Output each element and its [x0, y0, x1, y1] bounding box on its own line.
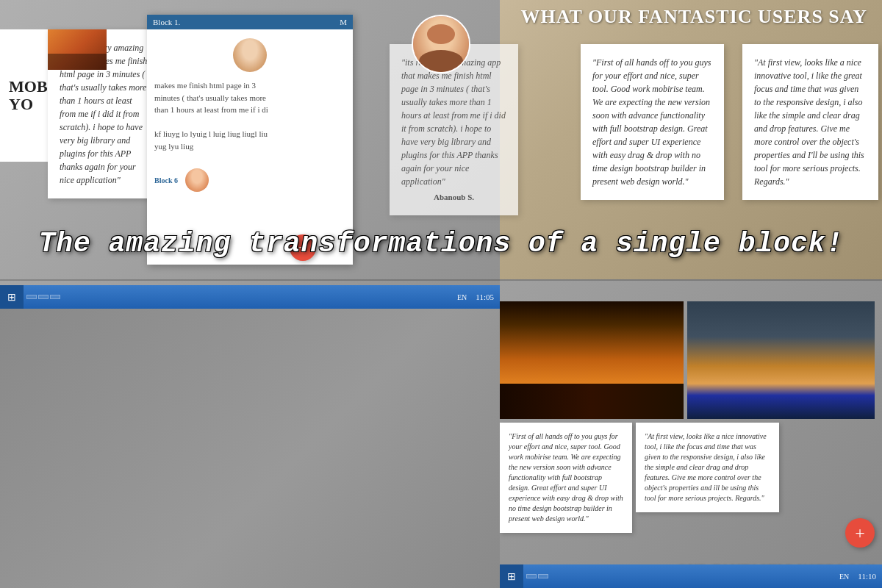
- lower-testimonial-1: "First of all hands off to you guys for …: [500, 423, 632, 533]
- lower-testimonial-1-text: "First of all hands off to you guys for …: [509, 431, 623, 524]
- taskbar-item-r2[interactable]: [538, 574, 548, 578]
- taskbar-lang-left: EN: [454, 293, 470, 301]
- desktop-screenshot-right: OUR FANTASTIC USERS SAY shape your futur…: [500, 279, 882, 588]
- water-image: [687, 301, 875, 419]
- landscape-image-top-left: [48, 29, 107, 70]
- block-6-avatar: [184, 167, 210, 193]
- plus-button-right[interactable]: +: [845, 518, 875, 548]
- testimonial-card-4: "First of all hands off to you guys for …: [581, 44, 724, 200]
- taskbar-item-2[interactable]: [38, 295, 49, 299]
- lower-testimonial-2: "At first view, looks like a nice innova…: [636, 423, 779, 512]
- taskbar-item-1[interactable]: [26, 295, 37, 299]
- block-editor-text-4: kf liuyg lo lyuig l luig liug liugl liu: [154, 128, 345, 140]
- testimonial-3-text: "its really very amazing app that makes …: [401, 56, 506, 188]
- block-editor-text-1: makes me finish html page in 3: [154, 79, 345, 92]
- testimonial-card-5: "At first view, looks like a nice innova…: [742, 44, 878, 200]
- taskbar-item-r1[interactable]: [526, 574, 537, 578]
- block-editor-header: Block 1. M: [147, 15, 353, 29]
- lower-testimonial-2-text: "At first view, looks like a nice innova…: [645, 431, 770, 503]
- sunset-image: [500, 301, 684, 419]
- block-1-label: Block 1.: [153, 18, 180, 26]
- block-6-avatar-face: [185, 168, 209, 192]
- overlay-title: The amazing transformations of a single …: [0, 228, 882, 259]
- taskbar-clock-left: 11:05: [470, 293, 500, 301]
- taskbar-items-right: [523, 574, 836, 578]
- block-editor-content: makes me finish html page in 3 minutes (…: [147, 29, 353, 201]
- testimonial-3-author: Abanoub S.: [401, 191, 506, 204]
- taskbar-lang-right: EN: [836, 573, 852, 581]
- taskbar-clock-right: 11:10: [852, 572, 882, 581]
- start-button-left[interactable]: ⊞: [0, 285, 24, 309]
- avatar-face-top: [413, 16, 469, 72]
- block-editor-text-2: minutes ( that's usually takes more: [154, 92, 345, 104]
- block-editor-marker: M: [340, 18, 347, 26]
- divider: [0, 279, 882, 281]
- taskbar-item-3[interactable]: [50, 295, 60, 299]
- block-editor-panel: Block 1. M makes me finish html page in …: [147, 15, 353, 265]
- block-editor-avatar-face: [233, 38, 267, 72]
- avatar-image-top: [412, 15, 470, 74]
- start-button-right[interactable]: ⊞: [500, 564, 523, 588]
- block-editor-avatar: [232, 37, 268, 74]
- testimonial-4-text: "First of all hands off to you guys for …: [592, 56, 712, 188]
- taskbar-left: ⊞ EN 11:05: [0, 285, 500, 309]
- plus-icon-right: +: [855, 523, 865, 543]
- section-title: WHAT OUR FANTASTIC USERS SAY: [520, 6, 867, 28]
- block-editor-text-3: than 1 hours at least from me if i di: [154, 104, 345, 116]
- taskbar-items-left: [24, 295, 454, 299]
- block-6-label: Block 6: [154, 175, 178, 186]
- testimonial-5-text: "At first view, looks like a nice innova…: [754, 56, 867, 188]
- taskbar-right: ⊞ EN 11:10: [500, 564, 882, 588]
- avatar-top: [412, 15, 470, 74]
- block-editor-text-5: yug lyu liug: [154, 140, 345, 153]
- collage-container: WHAT OUR FANTASTIC USERS SAY "its really…: [0, 0, 882, 588]
